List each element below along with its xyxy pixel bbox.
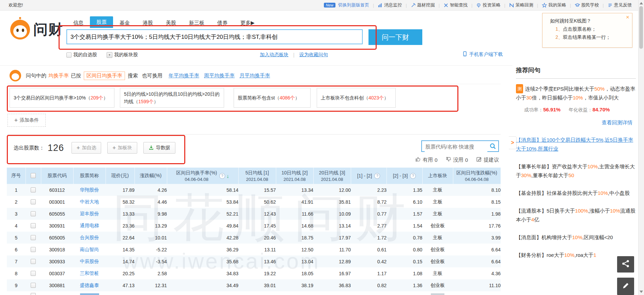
row-checkbox[interactable] bbox=[31, 293, 36, 295]
help-icon[interactable]: ? bbox=[410, 173, 416, 179]
recommend-item[interactable]: 【消息面】近100个交易日跌幅大于5%,近5日换手率大于10%,所属行业 bbox=[516, 136, 636, 153]
stock-name-link[interactable]: 华翔股份 bbox=[80, 187, 99, 192]
row-checkbox[interactable] bbox=[31, 211, 36, 216]
condition-tag[interactable]: 股票简称不包含st（4086个） bbox=[234, 88, 311, 108]
column-header[interactable]: [2] - [3]? bbox=[387, 168, 422, 184]
add-block-button[interactable]: + 加板块 bbox=[107, 142, 137, 154]
help-icon[interactable]: ? bbox=[374, 173, 380, 179]
table-row[interactable]: 8003037三和管桩20.252.5834.8319.2218.0516.97… bbox=[7, 267, 501, 279]
scroll-up-arrow[interactable] bbox=[640, 2, 643, 4]
table-row[interactable]: 1603112华翔股份17.894.2658.1415.5713.3412.00… bbox=[7, 184, 501, 196]
table-row[interactable]: 9300881盛德鑫泰47.1312.3134.4939.0138.1936.8… bbox=[7, 279, 501, 291]
column-header[interactable]: [1] - [2]? bbox=[351, 168, 387, 184]
add-watchlist-button[interactable]: + 加自选 bbox=[72, 142, 101, 154]
nav-tab-债券[interactable]: 债券 bbox=[211, 18, 234, 28]
sidebar-expand-tab[interactable]: > bbox=[509, 136, 517, 149]
nav-tab-信息[interactable]: 信息 bbox=[67, 18, 90, 28]
scroll-down-arrow[interactable] bbox=[640, 291, 643, 293]
stock-name-link[interactable]: 中辰股份 bbox=[80, 259, 99, 264]
hint-alt-link[interactable]: 周平均换手率 bbox=[204, 73, 235, 78]
useful-button[interactable]: 有用0 bbox=[415, 156, 437, 163]
hint-alt-link[interactable]: 月平均换手率 bbox=[239, 73, 270, 78]
stock-name-link[interactable]: 三和管桩 bbox=[80, 270, 99, 276]
condition-tag[interactable]: 上市板块不包含科创（4023个） bbox=[317, 88, 396, 108]
condition-tag[interactable]: 3个交易日的区间日均换手率>10%（209个） bbox=[10, 88, 114, 108]
topbar-item[interactable]: 策略回测 bbox=[509, 2, 533, 8]
row-checkbox[interactable] bbox=[31, 259, 36, 264]
table-row[interactable] bbox=[7, 291, 501, 295]
row-checkbox[interactable] bbox=[31, 199, 36, 204]
condition-tag[interactable]: 5日的均线>10日的均线且10日的均线>20日的均线（1599个） bbox=[120, 88, 224, 108]
hint-alt-link[interactable]: 年平均换手率 bbox=[169, 73, 199, 78]
topbar-item[interactable]: 消息监控 bbox=[378, 2, 402, 8]
nav-tab-港股[interactable]: 港股 bbox=[136, 18, 159, 28]
column-header[interactable]: 20日均线 [3]2021.04.08 bbox=[313, 168, 351, 184]
column-header[interactable] bbox=[26, 168, 41, 184]
stock-name-link[interactable]: 中岩大地 bbox=[80, 199, 99, 204]
topbar-item[interactable]: 股民学校 bbox=[575, 2, 599, 8]
nav-tab-股票[interactable]: 股票 bbox=[90, 16, 113, 28]
column-header[interactable]: 股票简称 bbox=[73, 168, 106, 184]
table-row[interactable]: 7300933中辰股份14.74-3.5435.6813.4613.0412.8… bbox=[7, 255, 501, 267]
my-watchlist-checkbox[interactable] bbox=[66, 52, 72, 58]
page-scrollbar[interactable] bbox=[638, 0, 644, 295]
recommend-item[interactable]: 【董事长年龄】资产收益率大于10%,主营业务增长大于30%,董事长年龄大于50 bbox=[516, 162, 636, 180]
add-condition-button[interactable]: + 添加条件 bbox=[7, 114, 46, 127]
stock-name-link[interactable]: 通用电梯 bbox=[80, 223, 99, 228]
column-header[interactable]: 10日均线 [2]2021.04.08 bbox=[276, 168, 313, 184]
nav-tab-更多▶[interactable]: 更多▶ bbox=[234, 18, 261, 28]
column-header[interactable]: 现价(元) bbox=[106, 168, 135, 184]
table-row[interactable]: 2003001中岩大地58.324.4653.8450.6241.9135.81… bbox=[7, 196, 501, 208]
topbar-item[interactable]: 题材挖掘 bbox=[411, 2, 435, 8]
iwencai-logo[interactable]: 问财 bbox=[10, 20, 63, 40]
switch-new-home-link[interactable]: 切换到新版首页 bbox=[338, 2, 369, 8]
stock-name-link[interactable]: 迎丰股份 bbox=[80, 211, 99, 216]
row-checkbox[interactable] bbox=[31, 271, 36, 276]
suggest-button[interactable]: 提建议 bbox=[476, 156, 499, 163]
topbar-item[interactable]: 我的策略 bbox=[542, 2, 566, 8]
topbar-item[interactable]: 意见反馈 bbox=[608, 2, 632, 8]
backtest-question[interactable]: 测连续2个季度EPS同比增长大于50%，动态市盈率小于30倍，昨日振幅小于10%… bbox=[516, 84, 636, 127]
stock-name-link[interactable]: 盛德鑫泰 bbox=[80, 282, 99, 288]
search-icon[interactable] bbox=[489, 143, 496, 151]
nav-tab-美股[interactable]: 美股 bbox=[159, 18, 183, 28]
sort-desc-icon[interactable]: ↓ bbox=[226, 173, 229, 179]
column-header[interactable]: 5日均线 [1]2021.04.08 bbox=[238, 168, 276, 184]
row-checkbox[interactable] bbox=[31, 247, 36, 252]
table-row[interactable]: 5605005合兴股份22.6410.0142.2820.4618.7517.9… bbox=[7, 232, 501, 244]
column-header[interactable]: 股票代码 bbox=[41, 168, 73, 184]
column-header[interactable]: 区间日均涨跌幅(%)04.06-04.08 bbox=[453, 168, 501, 184]
topbar-item[interactable]: 投资策略 bbox=[476, 2, 500, 8]
export-data-button[interactable]: 导数据 bbox=[143, 142, 175, 154]
scrollbar-thumb[interactable] bbox=[639, 6, 643, 49]
row-checkbox[interactable] bbox=[31, 283, 36, 288]
row-checkbox[interactable] bbox=[31, 223, 36, 228]
column-header[interactable]: 上市板块 bbox=[422, 168, 453, 184]
useless-button[interactable]: 没用0 bbox=[446, 156, 468, 163]
backtest-detail-link[interactable]: 查看回测详情 bbox=[602, 120, 632, 125]
nav-tab-基金[interactable]: 基金 bbox=[113, 18, 136, 28]
stock-name-link[interactable]: 南山智尚 bbox=[80, 247, 99, 252]
table-row[interactable]: 4300931通用电梯23.3613.2949.8417.4514.6813.1… bbox=[7, 220, 501, 232]
mobile-client-download-link[interactable]: 手机客户端下载 bbox=[462, 51, 503, 58]
share-button[interactable] bbox=[617, 256, 634, 273]
table-row[interactable]: 3605055迎丰股份13.339.9852.2112.4311.6610.09… bbox=[7, 208, 501, 220]
quick-search-input[interactable] bbox=[425, 141, 487, 152]
query-input[interactable] bbox=[66, 29, 363, 44]
edit-button[interactable] bbox=[617, 278, 634, 295]
add-dynamic-block-link[interactable]: 加入动态板块 bbox=[260, 52, 288, 58]
ask-button[interactable]: 问一下财 bbox=[368, 29, 422, 45]
row-checkbox[interactable] bbox=[31, 187, 36, 192]
stock-name-link[interactable]: 合兴股份 bbox=[80, 235, 99, 240]
recommend-item[interactable]: 【流通股本】5日换手大于100%,涨幅小于10%流通股本小于4亿 bbox=[516, 206, 636, 224]
set-favorite-question-link[interactable]: 设为收藏问句 bbox=[299, 52, 328, 58]
column-header[interactable]: 序号 bbox=[7, 168, 26, 184]
recommend-item[interactable]: 【基金持股】社保基金持股比例大于10%,中小盘股 bbox=[516, 189, 636, 198]
help-icon[interactable]: ? bbox=[219, 173, 225, 179]
column-header[interactable]: 涨跌幅(%) bbox=[135, 168, 167, 184]
close-icon[interactable]: × bbox=[626, 14, 629, 21]
row-checkbox[interactable] bbox=[31, 235, 36, 240]
recommend-item[interactable]: 【消息面】机构增持大于10%,区间涨幅<20 bbox=[516, 233, 636, 242]
table-row[interactable]: 6300918南山智尚14.35-5.2236.2913.1112.5011.7… bbox=[7, 244, 501, 255]
select-all-checkbox[interactable] bbox=[31, 173, 36, 178]
